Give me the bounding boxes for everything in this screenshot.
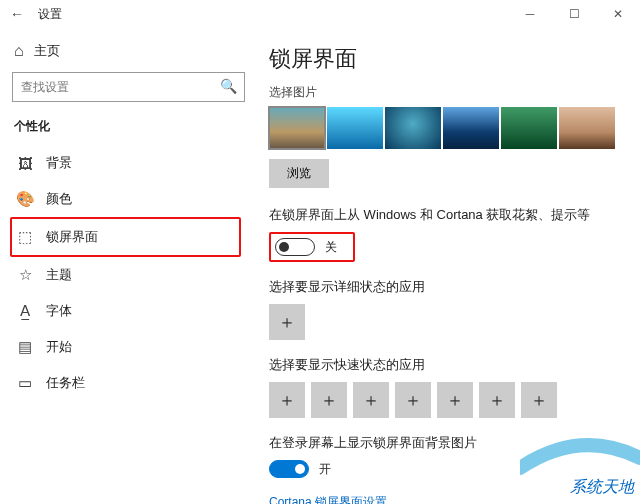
search-box: 🔍 — [12, 72, 245, 102]
pick-image-label: 选择图片 — [269, 84, 628, 101]
home-nav[interactable]: ⌂ 主页 — [12, 42, 245, 60]
thumbnail-2[interactable] — [327, 107, 383, 149]
home-label: 主页 — [34, 42, 60, 60]
lockscreen-icon: ⬚ — [16, 228, 34, 246]
add-quick-app-button-4[interactable]: ＋ — [395, 382, 431, 418]
page-title: 锁屏界面 — [269, 44, 628, 74]
quick-status-label: 选择要显示快速状态的应用 — [269, 356, 628, 374]
add-detailed-app-button[interactable]: ＋ — [269, 304, 305, 340]
add-quick-app-button-5[interactable]: ＋ — [437, 382, 473, 418]
sidebar: ⌂ 主页 🔍 个性化 🖼 背景 🎨 颜色 ⬚ 锁屏界面 ☆ 主题 A̲ — [0, 28, 255, 504]
browse-button[interactable]: 浏览 — [269, 159, 329, 188]
picture-icon: 🖼 — [16, 155, 34, 172]
thumbnail-6[interactable] — [559, 107, 615, 149]
thumbnail-1[interactable] — [269, 107, 325, 149]
font-icon: A̲ — [16, 302, 34, 320]
sidebar-item-taskbar[interactable]: ▭ 任务栏 — [12, 365, 245, 401]
sidebar-item-lockscreen[interactable]: ⬚ 锁屏界面 — [12, 219, 239, 255]
thumbnail-4[interactable] — [443, 107, 499, 149]
back-icon[interactable]: ← — [10, 6, 24, 22]
theme-icon: ☆ — [16, 266, 34, 284]
titlebar: ← 设置 ─ ☐ ✕ — [0, 0, 640, 28]
section-label: 个性化 — [12, 118, 245, 135]
sidebar-item-label: 开始 — [46, 338, 72, 356]
add-quick-app-button-6[interactable]: ＋ — [479, 382, 515, 418]
sidebar-item-label: 颜色 — [46, 190, 72, 208]
close-button[interactable]: ✕ — [596, 0, 640, 28]
content-pane: 锁屏界面 选择图片 浏览 在锁屏界面上从 Windows 和 Cortana 获… — [255, 28, 640, 504]
start-icon: ▤ — [16, 338, 34, 356]
thumbnail-3[interactable] — [385, 107, 441, 149]
show-background-toggle[interactable] — [269, 460, 309, 478]
detailed-status-label: 选择要显示详细状态的应用 — [269, 278, 628, 296]
toggle-state-label: 开 — [319, 461, 331, 478]
maximize-button[interactable]: ☐ — [552, 0, 596, 28]
taskbar-icon: ▭ — [16, 374, 34, 392]
funfacts-label: 在锁屏界面上从 Windows 和 Cortana 获取花絮、提示等 — [269, 206, 628, 224]
sidebar-item-themes[interactable]: ☆ 主题 — [12, 257, 245, 293]
minimize-button[interactable]: ─ — [508, 0, 552, 28]
add-quick-app-button-2[interactable]: ＋ — [311, 382, 347, 418]
thumbnail-5[interactable] — [501, 107, 557, 149]
sidebar-item-label: 锁屏界面 — [46, 228, 98, 246]
sidebar-item-background[interactable]: 🖼 背景 — [12, 145, 245, 181]
sidebar-item-label: 背景 — [46, 154, 72, 172]
home-icon: ⌂ — [14, 42, 24, 60]
search-input[interactable] — [12, 72, 245, 102]
funfacts-toggle-highlight: 关 — [269, 232, 355, 262]
sidebar-item-label: 主题 — [46, 266, 72, 284]
funfacts-toggle[interactable] — [275, 238, 315, 256]
thumbnail-row — [269, 107, 628, 149]
sidebar-item-label: 任务栏 — [46, 374, 85, 392]
add-quick-app-button-7[interactable]: ＋ — [521, 382, 557, 418]
sidebar-item-start[interactable]: ▤ 开始 — [12, 329, 245, 365]
toggle-state-label: 关 — [325, 239, 337, 256]
sidebar-item-label: 字体 — [46, 302, 72, 320]
watermark-text: 系统天地 — [570, 477, 634, 498]
watermark-swoosh-icon — [520, 438, 640, 478]
palette-icon: 🎨 — [16, 190, 34, 208]
sidebar-item-colors[interactable]: 🎨 颜色 — [12, 181, 245, 217]
add-quick-app-button-3[interactable]: ＋ — [353, 382, 389, 418]
sidebar-item-fonts[interactable]: A̲ 字体 — [12, 293, 245, 329]
window-title: 设置 — [38, 6, 62, 23]
search-icon: 🔍 — [220, 78, 237, 94]
add-quick-app-button-1[interactable]: ＋ — [269, 382, 305, 418]
